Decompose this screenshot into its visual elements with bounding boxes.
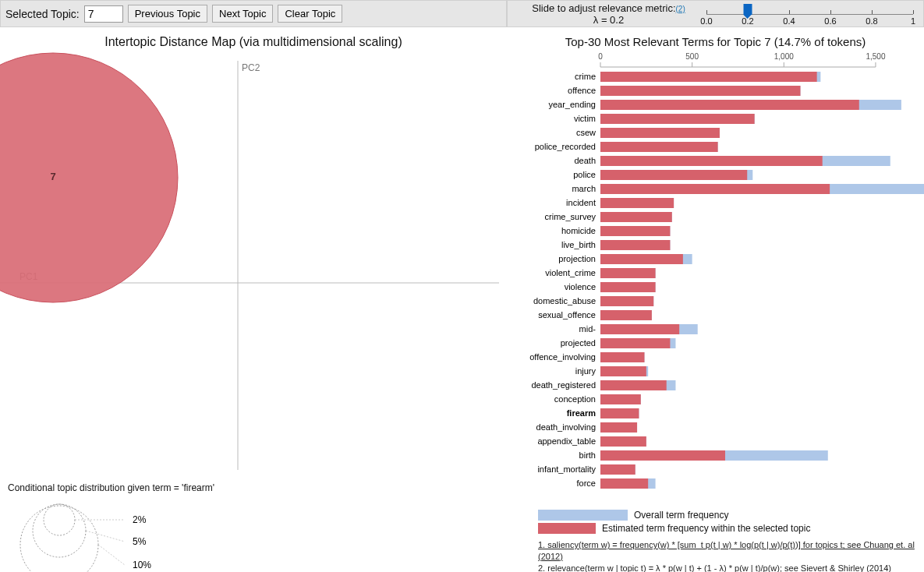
- term-label[interactable]: projected: [561, 338, 596, 348]
- bar-within[interactable]: [600, 170, 747, 180]
- bar-within[interactable]: [600, 338, 670, 348]
- guide-10pct: 10%: [133, 560, 151, 570]
- term-label[interactable]: homicide: [561, 226, 596, 235]
- term-label[interactable]: offence_involving: [529, 352, 596, 362]
- chart-footnotes: 1. saliency(term w) = frequency(w) * [su…: [538, 539, 924, 572]
- bar-within[interactable]: [600, 72, 817, 82]
- term-label[interactable]: death: [574, 156, 596, 165]
- term-label[interactable]: victim: [574, 114, 596, 123]
- term-label[interactable]: year_ending: [548, 100, 596, 109]
- clear-topic-button[interactable]: Clear Topic: [278, 5, 342, 23]
- topic-controls: Selected Topic: Previous Topic Next Topi…: [0, 0, 507, 27]
- slider-tick-label: 0.6: [824, 16, 836, 26]
- svg-text:0: 0: [598, 52, 603, 61]
- slider-footnote-ref[interactable]: (2): [676, 5, 685, 13]
- svg-point-2: [20, 506, 98, 572]
- term-label[interactable]: birth: [579, 450, 596, 460]
- svg-text:1,500: 1,500: [866, 52, 885, 61]
- term-label[interactable]: police_recorded: [535, 142, 596, 151]
- term-label[interactable]: csew: [576, 128, 596, 137]
- previous-topic-button[interactable]: Previous Topic: [128, 5, 207, 23]
- terms-bar-chart[interactable]: 05001,0001,500crimeoffenceyear_endingvic…: [507, 48, 924, 508]
- term-label[interactable]: crime_survey: [545, 212, 597, 221]
- svg-text:1,000: 1,000: [774, 52, 794, 61]
- slider-tick-label: 0.0: [700, 16, 712, 26]
- bar-within[interactable]: [600, 100, 859, 110]
- bar-within[interactable]: [600, 422, 637, 433]
- bar-within[interactable]: [600, 268, 656, 278]
- slider-label-line1: Slide to adjust relevance metric:: [532, 2, 675, 14]
- bar-within[interactable]: [600, 212, 672, 222]
- term-label[interactable]: conception: [554, 394, 596, 404]
- topic-circle[interactable]: [0, 53, 178, 302]
- bar-within[interactable]: [600, 114, 755, 124]
- slider-tick: [789, 10, 790, 14]
- topic-circle-label: 7: [50, 171, 55, 182]
- bar-within[interactable]: [600, 436, 646, 447]
- term-label[interactable]: appendix_table: [537, 436, 596, 446]
- slider-tick: [872, 10, 873, 14]
- bar-within[interactable]: [600, 296, 653, 306]
- selected-topic-input[interactable]: [84, 5, 123, 23]
- bar-within[interactable]: [600, 310, 652, 320]
- term-label[interactable]: violent_crime: [545, 268, 596, 277]
- slider-tick-label: 0.4: [783, 16, 795, 26]
- bar-within[interactable]: [600, 324, 679, 334]
- bar-within[interactable]: [600, 142, 718, 152]
- bar-within[interactable]: [600, 408, 639, 418]
- slider-lambda-value: λ = 0.2: [593, 14, 624, 26]
- bar-within[interactable]: [600, 226, 670, 236]
- bar-within[interactable]: [600, 282, 656, 292]
- term-label[interactable]: injury: [575, 366, 597, 376]
- term-label[interactable]: march: [572, 184, 596, 193]
- terms-panel: Top-30 Most Relevant Terms for Topic 7 (…: [507, 27, 924, 572]
- bar-within[interactable]: [600, 478, 648, 489]
- intertopic-title: Intertopic Distance Map (via multidimens…: [0, 35, 507, 49]
- terms-title: Top-30 Most Relevant Terms for Topic 7 (…: [507, 35, 924, 48]
- term-label[interactable]: firearm: [567, 408, 597, 418]
- term-label[interactable]: offence: [568, 86, 596, 95]
- lambda-slider-panel: Slide to adjust relevance metric:(2) λ =…: [507, 0, 924, 27]
- next-topic-button[interactable]: Next Topic: [212, 5, 273, 23]
- term-label[interactable]: infant_mortality: [537, 464, 596, 474]
- bar-within[interactable]: [600, 198, 674, 208]
- footnote-relevance[interactable]: 2. relevance(term w | topic t) = λ * p(w…: [538, 563, 924, 572]
- conditional-distribution-title: Conditional topic distribution given ter…: [8, 482, 214, 493]
- term-label[interactable]: mid-: [579, 324, 597, 334]
- intertopic-distance-map[interactable]: PC2 PC1 7: [0, 49, 507, 470]
- bar-within[interactable]: [600, 254, 683, 264]
- term-label[interactable]: live_birth: [561, 240, 596, 249]
- footnote-saliency[interactable]: 1. saliency(term w) = frequency(w) * [su…: [538, 539, 924, 563]
- slider-tick: [913, 10, 914, 14]
- term-label[interactable]: violence: [565, 282, 596, 291]
- chart-legend: Overall term frequency Estimated term fr…: [538, 508, 924, 535]
- term-label[interactable]: force: [577, 478, 596, 488]
- term-label[interactable]: death_registered: [531, 380, 596, 390]
- bar-within[interactable]: [600, 450, 725, 461]
- lambda-slider[interactable]: 0.00.20.40.60.81: [706, 4, 913, 26]
- bar-within[interactable]: [600, 86, 800, 96]
- term-label[interactable]: death_involving: [536, 422, 596, 432]
- term-label[interactable]: projection: [558, 254, 596, 263]
- term-label[interactable]: crime: [575, 72, 596, 81]
- bar-within[interactable]: [600, 464, 635, 475]
- bar-within[interactable]: [600, 366, 646, 376]
- term-label[interactable]: domestic_abuse: [533, 296, 596, 305]
- term-label[interactable]: incident: [566, 198, 596, 207]
- bar-within[interactable]: [600, 380, 667, 390]
- bar-within[interactable]: [600, 184, 830, 194]
- bar-within[interactable]: [600, 352, 644, 362]
- bar-within[interactable]: [600, 240, 670, 250]
- bar-within[interactable]: [600, 156, 823, 166]
- bar-within[interactable]: [600, 128, 720, 138]
- guide-2pct: 2%: [133, 514, 147, 525]
- term-label[interactable]: sexual_offence: [538, 310, 596, 320]
- legend-label-overall: Overall term frequency: [634, 510, 728, 521]
- bar-within[interactable]: [600, 394, 641, 404]
- slider-thumb[interactable]: [744, 4, 752, 15]
- conditional-distribution-guide: Conditional topic distribution given ter…: [8, 482, 214, 572]
- svg-point-3: [33, 504, 86, 557]
- svg-line-6: [86, 531, 125, 542]
- svg-text:500: 500: [685, 52, 699, 61]
- term-label[interactable]: police: [573, 170, 596, 179]
